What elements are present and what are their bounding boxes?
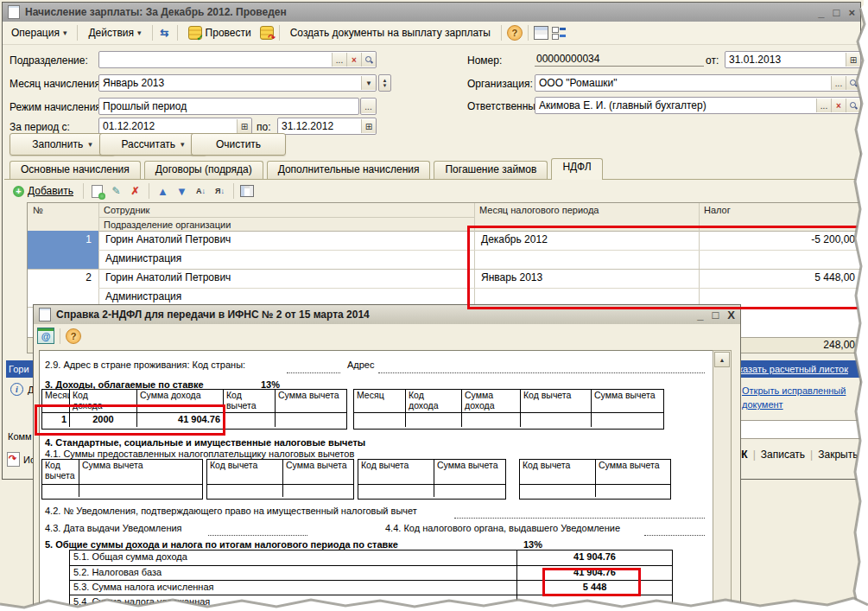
email-icon[interactable]: @ [37, 328, 54, 344]
move-up-icon[interactable]: ▲ [155, 184, 170, 198]
cancel-post-icon[interactable]: ↷ [260, 26, 274, 40]
actions-menu[interactable]: Действия▾ [83, 24, 146, 41]
col-header-num[interactable]: № [28, 203, 98, 231]
payslip-link-row[interactable]: казать расчетный листок [736, 360, 866, 378]
income-amount-value: 41 904.76 [137, 412, 224, 427]
help-icon[interactable]: ? [507, 25, 523, 41]
income-col-month: Месяц [42, 390, 70, 412]
income-col-dedcode: Код вычета [226, 391, 264, 411]
list-settings-icon[interactable] [534, 26, 548, 40]
minimize-button[interactable]: _ [818, 6, 824, 19]
col-header-employee[interactable]: Сотрудник [98, 203, 474, 217]
cert-title: Справка 2-НДФЛ для передачи в ИФНС № 2 о… [56, 309, 370, 321]
tab-main-accruals[interactable]: Основные начисления [10, 161, 141, 180]
grid-header: № Сотрудник Подразделение организации Ме… [28, 203, 865, 232]
clear-button[interactable]: × [346, 53, 361, 67]
address-label: Адрес [347, 360, 375, 370]
calendar-icon[interactable]: ⊞ [846, 53, 860, 67]
tab-contracts[interactable]: Договоры (подряда) [144, 161, 263, 180]
period-to-input[interactable]: 31.12.2012 ⊞ [277, 118, 377, 135]
goto-icon[interactable]: ⇆ [158, 26, 172, 40]
income-col-dedcode: Код вычета [521, 390, 592, 412]
tab-loan-repayment[interactable]: Погашение займов [434, 161, 548, 180]
search-button[interactable] [846, 76, 860, 90]
grid-toolbar: + Добавить ✎ ✗ ▲ ▼ А↓ Я↓ [6, 181, 857, 201]
period-from-input[interactable]: 01.12.2012 ⊞ [98, 118, 252, 135]
col-header-dept[interactable]: Подразделение организации [98, 217, 474, 231]
form-buttons: ОК|Записать|Закрыть [733, 449, 858, 461]
ded-col-code: Код вычета [358, 460, 434, 484]
period-to-label: по: [257, 121, 271, 133]
totals-row: 5.1. Общая сумма дохода41 904.76 [70, 551, 672, 565]
date-from-label: от: [706, 54, 719, 67]
payroll-titlebar[interactable]: Начисление зарплаты: За Декабрь 2012. Пр… [3, 3, 860, 22]
help-icon[interactable]: ? [66, 328, 81, 344]
calendar-icon[interactable]: ⊞ [361, 119, 376, 133]
create-payment-docs-button[interactable]: Создать документы на выплату зарплаты [285, 24, 496, 41]
organization-input[interactable]: ООО "Ромашки" ... [535, 74, 861, 92]
main-toolbar: Операция▾ Действия▾ ⇆ ✓ Провести ↷ Созда… [3, 22, 860, 45]
maximize-button[interactable]: □ [833, 6, 840, 19]
income-table-left: Месяц Код дохода Сумма дохода Код вычета… [41, 389, 347, 430]
row-dept[interactable]: Администрация [100, 250, 472, 269]
write-button[interactable]: Записать [761, 449, 805, 461]
columns-settings-icon[interactable] [240, 185, 254, 197]
close-button[interactable]: × [848, 6, 855, 19]
ded-col-sum: Сумма вычета [434, 460, 505, 484]
close-button[interactable]: X [727, 309, 735, 321]
open-corrected-link[interactable]: Открыть исправленный документ [742, 384, 861, 411]
edit-icon[interactable]: ✎ [109, 184, 124, 198]
add-row-button[interactable]: + Добавить [10, 183, 77, 199]
col-header-tax[interactable]: Налог [699, 203, 865, 231]
search-button[interactable] [846, 99, 860, 112]
operation-menu[interactable]: Операция▾ [6, 24, 72, 41]
responsible-input[interactable]: Акимова Е. И. (главный бухгалтер) ... × [535, 97, 861, 114]
row-tax-month[interactable]: Январь 2013 [476, 269, 697, 288]
accrual-mode-input[interactable]: Прошлый период [98, 98, 359, 115]
dropdown-button[interactable]: ▼ [361, 76, 376, 90]
maximize-button[interactable]: □ [712, 309, 719, 321]
display-settings-icon[interactable] [552, 27, 566, 39]
number-value[interactable]: 00000000034 [535, 53, 704, 67]
clear-button[interactable]: Очистить [191, 133, 286, 156]
comment-input[interactable] [736, 420, 864, 439]
income-col-dedsum: Сумма вычета [276, 390, 346, 412]
select-button[interactable]: ... [816, 99, 831, 112]
tab-ndfl[interactable]: НДФЛ [551, 158, 602, 180]
month-spinner[interactable]: ▲▼ [378, 74, 391, 92]
mode-select-button[interactable]: ... [360, 98, 377, 115]
select-button[interactable]: ... [332, 53, 346, 67]
cert-titlebar[interactable]: Справка 2-НДФЛ для передачи в ИФНС № 2 о… [34, 305, 740, 324]
row-num[interactable]: 2 [28, 269, 97, 288]
cert-scrollbar[interactable]: ▲ [713, 350, 732, 608]
calendar-icon[interactable]: ⊞ [237, 119, 251, 133]
screenshot-root: { "app": { "title": "Начисление зарплаты… [0, 0, 868, 611]
clear-button[interactable]: × [831, 99, 846, 112]
copy-row-icon[interactable] [90, 184, 105, 198]
sort-asc-icon[interactable]: А↓ [193, 184, 208, 198]
tab-additional-accruals[interactable]: Дополнительные начисления [267, 161, 431, 180]
department-input[interactable]: ... × [98, 51, 377, 68]
row-employee[interactable]: Горин Анатолий Петрович [100, 231, 472, 250]
row-employee[interactable]: Горин Анатолий Петрович [100, 269, 472, 288]
minimize-button[interactable]: _ [697, 309, 703, 321]
row-tax-month[interactable]: Декабрь 2012 [476, 231, 697, 250]
sort-desc-icon[interactable]: Я↓ [212, 184, 227, 198]
ded-col-sum: Сумма вычета [79, 460, 202, 484]
col-header-month[interactable]: Месяц налогового периода [474, 203, 699, 231]
post-button[interactable]: ✓ Провести [183, 23, 257, 42]
close-form-button[interactable]: Закрыть [818, 449, 858, 461]
ndfl-certificate-window: Справка 2-НДФЛ для передачи в ИФНС № 2 о… [33, 304, 741, 608]
select-button[interactable]: ... [831, 76, 846, 90]
row-num[interactable]: 1 [28, 231, 97, 250]
delete-icon[interactable]: ✗ [128, 184, 143, 198]
move-down-icon[interactable]: ▼ [174, 184, 189, 198]
section4-1-title: 4.1. Суммы предоставленных налогоплатель… [45, 449, 354, 459]
row-tax[interactable]: -5 200,00 [700, 231, 860, 250]
cert-toolbar: @ ? [34, 324, 740, 347]
search-button[interactable] [361, 53, 376, 67]
row-tax[interactable]: 5 448,00 [700, 269, 860, 288]
accrual-month-input[interactable]: Январь 2013 ▼ [98, 74, 377, 92]
doc-date-input[interactable]: 31.01.2013 ⊞ [725, 51, 861, 68]
scroll-up-icon[interactable]: ▲ [714, 352, 730, 367]
